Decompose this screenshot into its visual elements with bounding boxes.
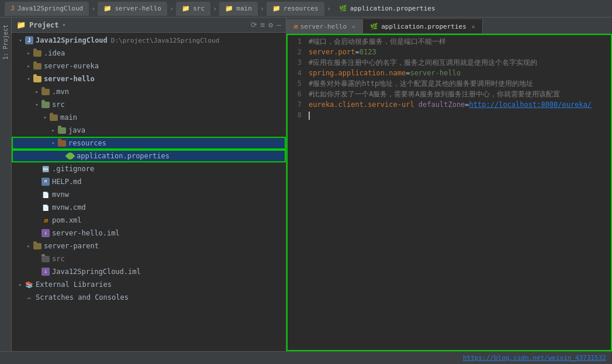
tree-item-resources[interactable]: resources (12, 137, 286, 150)
panel-minimize-icon[interactable]: — (276, 20, 281, 29)
value-4: server-hello (410, 69, 461, 77)
arrow-src (33, 100, 41, 109)
node-mvnw-cmd: mvnw.cmd (52, 203, 86, 212)
tree-item-gitignore[interactable]: 🔤 .gitignore (12, 162, 286, 175)
node-src-root: src (52, 255, 65, 263)
code-line-3: #应用在服务注册中心的名字，服务之间相互调用就是使用这个名字实现的 (309, 57, 607, 68)
arrow-server-parent (25, 242, 33, 250)
md-icon: M (41, 177, 50, 186)
iml-icon-server-hello: i (41, 228, 50, 238)
tab-application-properties[interactable]: 🌿 application.properties (333, 2, 441, 16)
tree-item-help-md[interactable]: M HELP.md (12, 175, 286, 188)
ext-lib-icon: 📚 (25, 280, 34, 289)
tree-item-external-libraries[interactable]: 📚 External Libraries (12, 278, 286, 291)
key-2: server.port (309, 48, 355, 56)
node-server-hello: server-hello (44, 75, 95, 83)
tree-item-java12springcloud[interactable]: J Java12SpringCloud D:\project\Java12Spr… (12, 34, 286, 47)
editor-tab-app-props-close[interactable]: ✕ (472, 23, 475, 30)
iml-icon-java12springcloud: i (41, 267, 50, 276)
tab-resources[interactable]: 📁 resources (267, 2, 324, 16)
code-line-6: #比如你开发了一个A服务，需要将A服务放到服务注册中心，你就需要使用该配置 (309, 89, 607, 99)
eq-2: = (355, 48, 359, 56)
editor-tab-server-hello[interactable]: m server-hello ✕ (286, 19, 363, 33)
tree-item-server-parent[interactable]: server-parent (12, 240, 286, 252)
arrow-mvn (33, 88, 41, 96)
node-application-properties: application.properties (77, 152, 170, 160)
arrow-server-eureka (25, 62, 33, 70)
node-resources: resources (68, 139, 106, 147)
folder-icon-server-hello (33, 74, 42, 84)
scratch-icon: ✏️ (25, 293, 34, 302)
arrow-mvnw-cmd (33, 203, 41, 212)
tree-item-src[interactable]: src (12, 98, 286, 111)
src-folder-icon-java (57, 126, 67, 135)
tree-item-main[interactable]: main (12, 111, 286, 124)
comment-6: #比如你开发了一个A服务，需要将A服务放到服务注册中心，你就需要使用该配置 (309, 90, 560, 98)
folder-icon-2: 📁 (182, 5, 190, 12)
panel-sync-icon[interactable]: ⟳ (251, 20, 257, 29)
arrow-server-hello (25, 75, 33, 83)
dot-7: defaultZone= (414, 100, 469, 109)
panel-collapse-icon[interactable]: ≡ (261, 20, 265, 29)
resources-icon: 📁 (272, 5, 281, 12)
code-area[interactable]: #端口，会启动很多服务，但是端口不能一样 server.port=8123 #应… (304, 34, 612, 351)
arrow-main (41, 113, 49, 122)
tree-item-src-root[interactable]: src (12, 252, 286, 265)
panel-dropdown[interactable]: ▾ (63, 22, 66, 28)
folder-icon-main (49, 113, 58, 122)
tree-item-mvnw[interactable]: 📄 mvnw (12, 188, 286, 201)
spring-tab-icon: 🌿 (370, 23, 378, 30)
tree-item-idea[interactable]: .idea (12, 47, 286, 60)
sidebar-strip: 1: Project (0, 18, 12, 351)
tab-src[interactable]: 📁 src (176, 2, 210, 16)
tab-java12springcloud-label: Java12SpringCloud (18, 5, 84, 12)
cursor (309, 112, 310, 120)
editor-tabs: m server-hello ✕ 🌿 application.propertie… (286, 18, 612, 34)
folder-icon-1: 📁 (103, 5, 112, 12)
tab-app-props-label: application.properties (350, 5, 435, 12)
project-folder-icon: 📁 (16, 20, 26, 29)
arrow-java12springcloud-iml (33, 268, 41, 276)
tab-main[interactable]: 📁 main (219, 2, 258, 16)
arrow-mvnw (33, 190, 41, 199)
editor-tab-app-props-label: application.properties (381, 23, 466, 30)
tree-item-server-hello[interactable]: server-hello (12, 72, 286, 85)
maven-icon: m (41, 216, 50, 225)
key-7: eureka.client.service-url (309, 100, 414, 109)
git-icon: 🔤 (41, 164, 50, 174)
tab-java12springcloud[interactable]: J Java12SpringCloud (5, 2, 89, 16)
arrow-idea (25, 49, 33, 57)
node-server-parent: server-parent (44, 242, 99, 250)
tree-item-application-properties[interactable]: application.properties (12, 150, 286, 162)
arrow-ext-lib (16, 280, 25, 289)
arrow-resources (49, 139, 57, 147)
arrow-src-root (33, 255, 41, 263)
node-main: main (60, 113, 77, 122)
comment-1: #端口，会启动很多服务，但是端口不能一样 (309, 37, 446, 46)
value-7: http://localhost:8000/eureka/ (469, 100, 592, 109)
spring-leaf-icon (65, 151, 75, 161)
tree-item-scratches[interactable]: ✏️ Scratches and Consoles (12, 291, 286, 304)
tab-server-hello[interactable]: 📁 server-hello (98, 2, 167, 16)
arrow-pom-xml (33, 216, 41, 224)
tree-item-mvnw-cmd[interactable]: 📄 mvnw.cmd (12, 201, 286, 214)
tree-item-java[interactable]: java (12, 124, 286, 137)
tree-item-pom-xml[interactable]: m pom.xml (12, 214, 286, 227)
node-gitignore: .gitignore (52, 165, 94, 173)
editor-tab-server-hello-close[interactable]: ✕ (352, 23, 355, 30)
tree-item-java12springcloud-iml[interactable]: i Java12SpringCloud.iml (12, 265, 286, 278)
top-toolbar: J Java12SpringCloud › 📁 server-hello › 📁… (0, 0, 612, 18)
folder-icon-3: 📁 (225, 5, 233, 12)
bottom-bar: https://blog.csdn.net/weixin_43731532 (0, 351, 612, 364)
panel-settings-icon[interactable]: ⚙ (268, 20, 273, 29)
arrow-scratches (16, 293, 25, 301)
tree-item-server-hello-iml[interactable]: i server-hello.iml (12, 227, 286, 240)
bottom-url[interactable]: https://blog.csdn.net/weixin_43731532 (463, 354, 606, 362)
node-java12springcloud: Java12SpringCloud (36, 36, 108, 44)
arrow-gitignore (33, 165, 41, 173)
node-scratches: Scratches and Consoles (36, 293, 129, 301)
editor-tab-app-props[interactable]: 🌿 application.properties ✕ (363, 19, 483, 33)
sidebar-strip-label[interactable]: 1: Project (2, 25, 9, 60)
tree-item-mvn[interactable]: .mvn (12, 85, 286, 98)
tree-item-server-eureka[interactable]: server-eureka (12, 60, 286, 72)
